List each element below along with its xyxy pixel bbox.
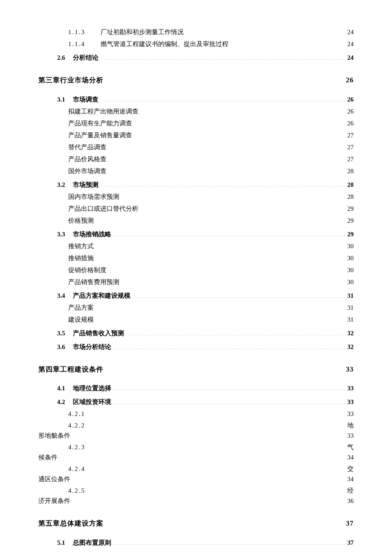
toc-entry-label: 第三章行业市场分析 bbox=[38, 75, 104, 86]
toc-entry-label: 地理位置选择 bbox=[73, 383, 111, 393]
toc-wrap-rest: 候条件 bbox=[38, 452, 58, 462]
toc-entry-wrapped: 4.2.4交通区位条件34 bbox=[68, 464, 354, 484]
toc-leader bbox=[107, 143, 346, 149]
toc-entry: 促销价格制度30 bbox=[68, 265, 354, 275]
toc-wrap-first-char: 33 bbox=[347, 409, 354, 419]
toc-entry-label: 推销方式 bbox=[68, 241, 94, 251]
toc-entry-label: 区域投资环境 bbox=[73, 397, 111, 407]
toc-leader bbox=[104, 76, 344, 82]
toc-leader bbox=[228, 40, 346, 46]
toc-entry-wrapped: 4.2.133 bbox=[68, 409, 354, 419]
toc-page-number: 29 bbox=[346, 215, 354, 226]
toc-entry: 3.2市场预测28 bbox=[57, 180, 354, 190]
toc-entry-label: 市场推销战略 bbox=[73, 229, 111, 239]
toc-entry-label: 市场调查 bbox=[73, 94, 98, 105]
toc-entry-label: 第四章工程建设条件 bbox=[38, 364, 104, 375]
toc-chapter-heading: 第四章工程建设条件33 bbox=[38, 364, 354, 375]
toc-leader bbox=[124, 329, 346, 335]
toc-page-number: 28 bbox=[346, 180, 354, 190]
toc-entry: 2.6分析结论24 bbox=[57, 52, 354, 63]
toc-entry-label: 第五章总体建设方案 bbox=[38, 518, 104, 529]
toc-entry-label: 产品出口或进口替代分析 bbox=[68, 203, 138, 214]
toc-entry: 推销措施30 bbox=[68, 253, 354, 263]
toc-entry: 国外市场调查28 bbox=[68, 166, 354, 176]
toc-leader bbox=[130, 291, 346, 298]
toc-page-number: 30 bbox=[346, 265, 354, 275]
toc-leader bbox=[94, 254, 346, 260]
toc-wrap-first-char: 经 bbox=[347, 485, 354, 496]
toc-page-number: 37 bbox=[346, 538, 354, 548]
toc-leader bbox=[119, 192, 346, 199]
toc-wrap-rest: 形地貌条件 bbox=[38, 430, 70, 441]
toc-entry: 国内市场需求预测28 bbox=[68, 192, 354, 202]
toc-wrap-first-char: 交 bbox=[347, 464, 354, 474]
toc-page-number: 28 bbox=[346, 166, 354, 176]
toc-leader bbox=[111, 398, 346, 404]
toc-entry-number: 5.1 bbox=[57, 538, 65, 548]
toc-entry-label: 国内市场需求预测 bbox=[68, 192, 119, 202]
toc-entry-label: 产品销售费用预测 bbox=[68, 277, 119, 287]
toc-entry-label: 产品方案 bbox=[68, 302, 94, 313]
toc-entry: 价格预测29 bbox=[68, 215, 354, 226]
toc-page-number: 32 bbox=[346, 328, 354, 338]
toc-entry: 5.1总图布置原则37 bbox=[57, 538, 354, 548]
toc-entry: 推销方式30 bbox=[68, 241, 354, 251]
toc-leader bbox=[132, 119, 346, 125]
toc-page-number: 36 bbox=[347, 496, 354, 506]
toc-entry: 产品销售费用预测30 bbox=[68, 277, 354, 287]
toc-entry: 产品产量及销售量调查27 bbox=[68, 130, 354, 140]
toc-entry-number: 4.1 bbox=[57, 383, 65, 393]
toc-leader bbox=[94, 315, 346, 322]
toc-entry: 3.5产品销售收入预测32 bbox=[57, 328, 354, 338]
toc-entry-label: 市场分析结论 bbox=[73, 342, 111, 352]
toc-leader bbox=[138, 204, 346, 211]
toc-leader bbox=[94, 303, 346, 310]
toc-page-number: 30 bbox=[346, 253, 354, 263]
toc-entry-label: 燃气管道工程建议书的编制、提出及审批过程 bbox=[101, 39, 228, 49]
toc-entry-label: 产品现有生产能力调查 bbox=[68, 118, 132, 128]
toc-entry: 3.3市场推销战略29 bbox=[57, 229, 354, 239]
toc-page-number: 29 bbox=[346, 203, 354, 214]
toc-entry: 建设规模31 bbox=[68, 314, 354, 325]
toc-entry: 产品方案31 bbox=[68, 302, 354, 313]
toc-page-number: 31 bbox=[346, 291, 354, 301]
toc-page-number: 24 bbox=[346, 52, 354, 63]
toc-page-number: 37 bbox=[344, 518, 354, 529]
toc-page-number: 30 bbox=[346, 241, 354, 251]
toc-entry-number: 3.1 bbox=[57, 94, 65, 105]
toc-entry-wrapped: 4.2.5经济开展条件36 bbox=[68, 485, 354, 506]
toc-entry-label: 推销措施 bbox=[68, 253, 94, 263]
toc-page-number: 27 bbox=[346, 130, 354, 140]
toc-leader bbox=[111, 343, 346, 349]
toc-entry: 3.6市场分析结论32 bbox=[57, 342, 354, 352]
toc-leader bbox=[132, 131, 346, 137]
toc-leader bbox=[94, 216, 346, 223]
toc-entry: 1.1.3厂址初勘和初步测量工作情况24 bbox=[68, 27, 354, 37]
toc-entry: 4.1地理位置选择33 bbox=[57, 383, 354, 393]
toc-page-number: 33 bbox=[346, 383, 354, 393]
toc-page-number: 34 bbox=[347, 452, 354, 462]
toc-page-number: 33 bbox=[344, 364, 354, 375]
toc-leader bbox=[107, 266, 346, 272]
toc-leader bbox=[111, 384, 346, 390]
toc-entry-number: 3.4 bbox=[57, 291, 65, 301]
toc-entry-label: 拟建工程产出物用途调查 bbox=[68, 106, 138, 116]
toc-chapter-heading: 第三章行业市场分析26 bbox=[38, 75, 354, 86]
toc-entry-number: 3.2 bbox=[57, 180, 65, 190]
toc-entry-number: 1.1.4 bbox=[68, 39, 85, 49]
toc-leader bbox=[111, 538, 346, 545]
toc-container: 1.1.3厂址初勘和初步测量工作情况241.1.4燃气管道工程建议书的编制、提出… bbox=[38, 27, 354, 548]
toc-page-number: 27 bbox=[346, 142, 354, 152]
toc-entry-number: 3.3 bbox=[57, 229, 65, 239]
toc-entry: 拟建工程产出物用途调查26 bbox=[68, 106, 354, 116]
toc-page-number: 31 bbox=[346, 314, 354, 325]
toc-page-number: 31 bbox=[346, 302, 354, 313]
toc-entry: 产品价风格查27 bbox=[68, 154, 354, 164]
toc-entry: 3.4产品方案和建设规模31 bbox=[57, 291, 354, 301]
toc-page-number: 26 bbox=[346, 94, 354, 105]
toc-leader bbox=[138, 107, 346, 113]
toc-entry-label: 总图布置原则 bbox=[73, 538, 111, 548]
toc-entry-number: 4.2.5 bbox=[68, 485, 85, 496]
toc-page-number: 34 bbox=[347, 474, 354, 484]
toc-entry: 替代产品调查27 bbox=[68, 142, 354, 152]
